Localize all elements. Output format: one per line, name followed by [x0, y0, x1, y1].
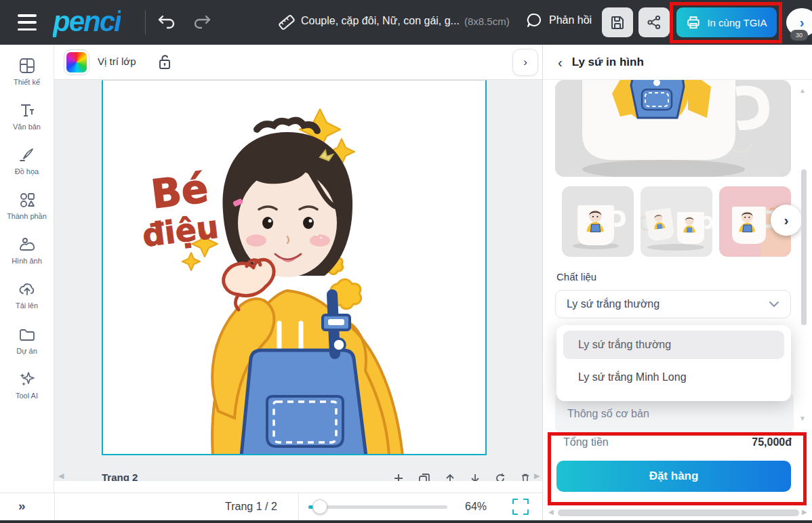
sidebar-item-tool-ai[interactable]: Tool AI — [1, 371, 53, 400]
sidebar-item-label: Tool AI — [16, 392, 38, 400]
undo-icon[interactable] — [157, 14, 176, 31]
panel-hscroll-right-icon[interactable]: ▶ — [802, 508, 807, 516]
expand-sidebar-button[interactable]: » — [18, 499, 24, 514]
feedback-label: Phản hồi — [549, 14, 592, 26]
panel-scroll-down-icon[interactable]: ▼ — [799, 415, 806, 422]
context-toolbar: Vị trí lớp › — [54, 45, 542, 80]
product-panel: ‹ Ly sứ in hình — [542, 45, 812, 520]
sidebar-item-label: Thành phần — [7, 212, 47, 220]
panel-title: Ly sứ in hình — [572, 56, 644, 69]
total-value: 75,000đ — [752, 436, 792, 448]
design-title[interactable]: Couple, cặp đôi, Nữ, con gái, g... — [301, 15, 460, 27]
panel-hscroll-left-icon[interactable]: ◀ — [548, 508, 554, 516]
image-icon — [18, 236, 36, 253]
pen-icon — [18, 146, 36, 164]
printer-icon — [686, 15, 701, 30]
save-button[interactable] — [602, 7, 633, 37]
save-icon — [609, 14, 626, 30]
layer-position-label[interactable]: Vị trí lớp — [98, 56, 136, 67]
thumbnails-next-button[interactable]: › — [771, 205, 802, 236]
sidebar-item-images[interactable]: Hình ảnh — [1, 236, 53, 265]
divider — [54, 493, 55, 521]
dropdown-option-2[interactable]: Ly sứ trắng Minh Long — [563, 363, 784, 392]
expand-toolbar-button[interactable]: › — [512, 49, 538, 76]
sticker-artwork[interactable]: Bé điệu — [103, 81, 487, 454]
chevron-down-icon — [769, 301, 779, 308]
material-dropdown: Ly sứ trắng thường Ly sứ trắng Minh Long — [556, 325, 791, 401]
window-bottom-edge — [0, 520, 812, 523]
design-size: (8x8.5cm) — [464, 16, 510, 27]
print-button-label: In cùng TGIA — [707, 17, 767, 28]
zoom-slider-track[interactable] — [308, 505, 447, 509]
add-page-icon[interactable] — [393, 473, 404, 481]
text-icon — [18, 102, 36, 119]
rotate-icon[interactable] — [495, 473, 506, 481]
canvas-area[interactable]: Bé điệu — [54, 80, 542, 481]
tool-sidebar: Thiết kế Văn bản Đồ họa Thành phần Hình … — [0, 45, 54, 493]
folder-icon — [18, 326, 36, 343]
sidebar-item-components[interactable]: Thành phần — [1, 191, 53, 220]
zoom-percent: 64% — [465, 501, 487, 513]
panel-scrollbar[interactable] — [801, 169, 807, 325]
panel-hscrollbar[interactable] — [558, 509, 799, 516]
sidebar-item-label: Tải lên — [16, 301, 38, 310]
top-bar: penci Couple, cặp đôi, Nữ, con gái, g...… — [0, 0, 812, 45]
unlock-icon[interactable] — [157, 54, 172, 70]
upload-icon — [18, 280, 36, 298]
specs-label: Thông số cơ bản — [567, 408, 649, 420]
divider — [145, 10, 146, 35]
sidebar-item-label: Dự án — [16, 347, 37, 355]
total-label: Tổng tiền — [563, 436, 609, 448]
sticker-text: Bé điệu — [140, 165, 220, 254]
design-page[interactable]: Bé điệu — [102, 80, 487, 455]
sidebar-item-design[interactable]: Thiết kế — [1, 57, 53, 86]
sidebar-item-label: Thiết kế — [14, 78, 40, 86]
sidebar-item-uploads[interactable]: Tải lên — [1, 280, 53, 310]
print-with-tgia-button[interactable]: In cùng TGIA — [676, 7, 777, 37]
sidebar-item-projects[interactable]: Dự án — [1, 326, 53, 355]
duplicate-page-icon[interactable] — [418, 473, 430, 481]
zoom-slider-handle[interactable] — [312, 499, 327, 514]
sparkles-icon — [18, 371, 36, 388]
page-indicator: Trang 1 / 2 — [225, 501, 277, 513]
panel-header: ‹ Ly sứ in hình — [543, 45, 812, 80]
material-select[interactable]: Ly sứ trắng thường — [555, 290, 791, 318]
penci-logo: penci — [53, 5, 121, 38]
product-thumbnail-1[interactable] — [562, 186, 634, 257]
feedback-button[interactable]: Phản hồi — [526, 12, 592, 28]
material-selected-value: Ly sứ trắng thường — [567, 298, 659, 310]
canvas-scroll-left-icon[interactable]: ◀ — [58, 472, 64, 480]
divider — [298, 493, 299, 521]
avatar-badge: 30 — [790, 30, 808, 41]
move-up-icon[interactable] — [445, 473, 455, 481]
page2-header: Trang 2 — [102, 472, 487, 481]
share-button[interactable] — [638, 7, 670, 37]
move-down-icon[interactable] — [470, 473, 481, 481]
layout-icon — [18, 57, 36, 75]
page2-actions — [393, 473, 531, 481]
dropdown-option-1[interactable]: Ly sứ trắng thường — [563, 331, 784, 359]
share-icon — [646, 14, 662, 30]
panel-scroll-up-icon[interactable]: ▲ — [799, 87, 806, 94]
redo-icon[interactable] — [192, 14, 211, 31]
menu-icon[interactable] — [18, 14, 37, 30]
total-row: Tổng tiền 75,000đ — [543, 436, 812, 448]
fullscreen-icon[interactable] — [512, 499, 529, 515]
product-preview-image — [555, 80, 791, 177]
material-label: Chất liệu — [556, 271, 596, 283]
canvas-scroll-right-icon[interactable]: ▶ — [534, 472, 540, 480]
color-swatch[interactable] — [64, 50, 89, 75]
girl-illustration — [212, 121, 403, 454]
delete-page-icon[interactable] — [520, 473, 531, 481]
ruler-icon[interactable] — [277, 12, 297, 33]
back-icon[interactable]: ‹ — [558, 56, 563, 69]
shapes-icon — [18, 191, 36, 209]
sidebar-item-label: Hình ảnh — [12, 257, 42, 265]
sidebar-item-text[interactable]: Văn bản — [1, 102, 53, 131]
sidebar-item-graphics[interactable]: Đồ họa — [1, 146, 53, 175]
product-thumbnail-2[interactable] — [641, 186, 712, 257]
sidebar-item-label: Đồ họa — [15, 167, 39, 175]
order-button[interactable]: Đặt hàng — [556, 461, 791, 492]
speech-bubble-icon — [526, 12, 542, 28]
page2-label: Trang 2 — [102, 472, 138, 481]
